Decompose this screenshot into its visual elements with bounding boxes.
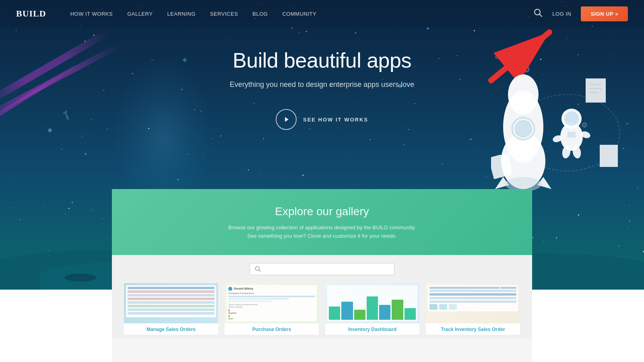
deco-dot-2 bbox=[85, 153, 87, 155]
svg-marker-22 bbox=[285, 117, 289, 122]
gallery-card-2[interactable]: Donald Bilkley Company Comparison Good c… bbox=[225, 283, 319, 335]
gallery-body: Manage Sales Orders Donald Bilkley Compa… bbox=[112, 255, 532, 339]
signup-button[interactable]: SIGN UP » bbox=[581, 6, 628, 21]
login-button[interactable]: LOG IN bbox=[552, 11, 571, 17]
card-label-4: Track Inventory Sales Order bbox=[426, 323, 520, 335]
gallery-cards-grid: Manage Sales Orders Donald Bilkley Compa… bbox=[124, 283, 520, 335]
nav-item-community[interactable]: COMMUNITY bbox=[282, 10, 316, 17]
gallery-search-input[interactable] bbox=[264, 266, 389, 272]
card-mockup-2: Donald Bilkley Company Comparison Good c… bbox=[227, 285, 317, 321]
card-mockup-3 bbox=[327, 285, 417, 321]
nav-item-services[interactable]: SERVICES bbox=[210, 10, 238, 17]
gallery-card-4[interactable]: Track Inventory Sales Order bbox=[426, 283, 520, 335]
svg-line-1 bbox=[539, 14, 542, 16]
card-mockup-1 bbox=[126, 285, 216, 317]
gallery-search-icon bbox=[255, 266, 261, 272]
card-image-2: Donald Bilkley Company Comparison Good c… bbox=[225, 283, 319, 323]
nav-item-learning[interactable]: LEARNING bbox=[167, 10, 195, 17]
play-button-circle[interactable] bbox=[276, 109, 297, 130]
svg-line-24 bbox=[259, 270, 260, 272]
gallery-header: Explore our gallery Browse our growing c… bbox=[112, 189, 532, 255]
gallery-search-bar[interactable] bbox=[250, 263, 394, 275]
gallery-search-wrapper bbox=[250, 263, 394, 275]
hero-content: Build beautiful apps Everything you need… bbox=[0, 48, 644, 130]
search-icon[interactable] bbox=[534, 8, 543, 19]
nav-item-how-it-works[interactable]: HOW IT WORKS bbox=[70, 10, 113, 17]
card-label-2: Purchase Orders bbox=[225, 323, 319, 335]
gallery-title: Explore our gallery bbox=[120, 205, 524, 218]
paper-decoration-3 bbox=[491, 155, 511, 179]
card-image-1 bbox=[124, 283, 218, 323]
hero-subtitle: Everything you need to design enterprise… bbox=[230, 80, 414, 89]
ground-oval bbox=[64, 274, 97, 282]
card-mockup-4 bbox=[428, 285, 518, 311]
gallery-section: Explore our gallery Browse our growing c… bbox=[112, 189, 532, 362]
hero-title: Build beautiful apps bbox=[233, 48, 411, 72]
card-label-1: Manage Sales Orders bbox=[124, 323, 218, 335]
nav-item-gallery[interactable]: GALLERY bbox=[127, 10, 153, 17]
gallery-card-3[interactable]: Inventory Dashboard bbox=[325, 283, 419, 335]
card-image-3 bbox=[325, 283, 419, 323]
nav-right-actions: LOG IN SIGN UP » bbox=[534, 6, 628, 21]
gallery-card-1[interactable]: Manage Sales Orders bbox=[124, 283, 218, 335]
gallery-description: Browse our growing collection of applica… bbox=[120, 224, 524, 241]
card-label-3: Inventory Dashboard bbox=[325, 323, 419, 335]
nav-item-blog[interactable]: BLOG bbox=[252, 10, 268, 17]
deco-dot-1 bbox=[427, 27, 429, 30]
nav-links: HOW IT WORKS GALLERY LEARNING SERVICES B… bbox=[70, 10, 534, 17]
hero-cta-button[interactable]: SEE HOW IT WORKS bbox=[276, 109, 368, 130]
card-image-4 bbox=[426, 283, 520, 323]
navigation: BUILD HOW IT WORKS GALLERY LEARNING SERV… bbox=[0, 0, 644, 27]
site-logo[interactable]: BUILD bbox=[16, 8, 46, 19]
hero-cta-label: SEE HOW IT WORKS bbox=[303, 117, 368, 123]
paper-decoration-2 bbox=[598, 143, 620, 169]
